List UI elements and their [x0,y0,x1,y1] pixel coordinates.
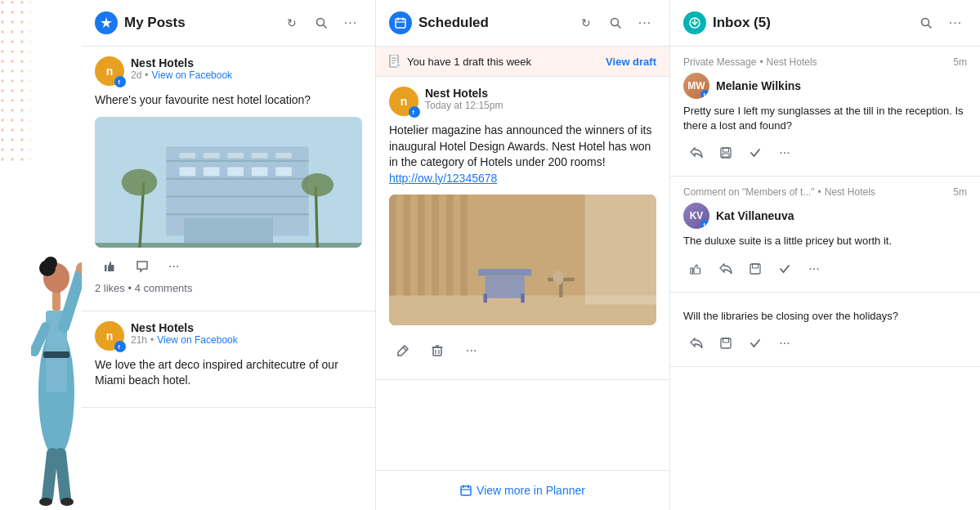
inbox-header: Inbox (5) ··· [670,0,980,47]
inbox-title: Inbox (5) [713,15,908,31]
post-more-button[interactable]: ··· [160,254,187,279]
avatar: n f [95,56,124,86]
inbox-actions: ··· [683,140,967,166]
thumbs-up-icon [690,263,703,275]
post-image [95,117,362,248]
edit-icon [397,345,409,356]
reply-button[interactable] [683,330,709,356]
comment-button[interactable] [128,255,157,278]
view-on-facebook-link[interactable]: View on Facebook [152,69,233,81]
check-icon [750,338,761,349]
search-icon [610,17,621,29]
post-text: We love the art deco inspired architecut… [95,357,362,389]
avatar-badge: f [700,90,709,99]
reply-button[interactable] [713,256,739,282]
scheduled-header: Scheduled ↻ ··· [376,0,669,47]
svg-point-41 [302,173,333,196]
svg-rect-91 [723,148,729,152]
svg-rect-26 [180,153,196,159]
check-button[interactable] [772,256,798,282]
save-button[interactable] [742,256,768,282]
author-info: Nest Hotels Today at 12:15pm [425,87,656,111]
post-item: n f Nest Hotels 21h • [82,311,375,408]
scheduled-post-image [389,195,656,325]
svg-rect-66 [478,269,531,276]
author-name: Nest Hotels [131,56,362,69]
facebook-icon: f [117,78,123,85]
draft-icon [389,55,401,68]
message-more-btn[interactable]: ··· [772,140,798,166]
svg-rect-33 [227,167,244,176]
edit-button[interactable] [389,340,417,361]
inbox-message: Will the libraries be closing over the h… [670,293,980,367]
post-text: Where's your favourite nest hotel locati… [95,92,362,109]
avatar: n f [389,87,418,116]
svg-rect-25 [166,213,308,215]
reply-button[interactable] [683,140,709,166]
post-author-row: n f Nest Hotels 2d • V [95,56,362,86]
inbox-meta: Private Message • Nest Hotels 5m [683,56,967,68]
avatar: MW f [683,73,709,99]
save-button[interactable] [713,330,739,356]
avatar-badge: f [700,220,709,229]
svg-rect-24 [166,195,308,197]
save-button[interactable] [713,140,739,166]
view-planner-link[interactable]: View more in Planner [460,484,585,497]
view-on-facebook-link-2[interactable]: View on Facebook [157,334,238,346]
svg-rect-75 [433,347,441,356]
draft-banner-text: You have 1 draft this week [389,55,531,68]
save-icon [720,338,732,349]
svg-rect-44 [396,19,405,28]
save-icon [720,147,732,159]
facebook-badge-icon: f [702,92,709,98]
check-icon [779,263,790,275]
message-more-btn[interactable]: ··· [772,330,798,356]
svg-rect-23 [166,177,308,179]
hotel-image-svg [95,117,362,248]
calendar-icon [460,485,472,496]
check-button[interactable] [742,140,768,166]
svg-rect-34 [252,167,268,176]
inbox-icon-svg [689,17,700,29]
inbox-author-name: Kat Villaneuva [716,209,794,222]
inbox-icon [683,11,706,34]
inbox-search-btn[interactable] [915,11,937,34]
trash-icon [432,345,443,356]
my-posts-refresh-btn[interactable]: ↻ [280,11,303,34]
check-button[interactable] [742,330,768,356]
svg-rect-28 [227,153,244,159]
view-draft-link[interactable]: View draft [606,56,656,68]
comment-icon [136,260,149,273]
save-icon [750,263,761,275]
post-link[interactable]: http://ow.ly/12345678 [389,172,497,185]
svg-line-87 [929,25,932,29]
svg-rect-27 [204,153,220,159]
like-button[interactable] [683,256,709,282]
avatar: KV f [683,203,709,229]
svg-rect-31 [180,167,196,176]
delete-button[interactable] [423,340,451,361]
inbox-message: Comment on "Members of t..." • Nest Hote… [670,177,980,292]
my-posts-more-btn[interactable]: ··· [339,11,362,34]
reply-icon [690,338,703,349]
post-author-row: n f Nest Hotels Today at 12:15pm [389,87,656,116]
scheduled-more-btn[interactable]: ··· [633,11,656,34]
search-icon [315,17,327,29]
inbox-actions: ··· [683,330,967,356]
inbox-content: Private Message • Nest Hotels 5m MW f [670,47,980,510]
like-button[interactable] [95,255,124,278]
inbox-message-text: Pretty sure I left my sunglasses at the … [683,104,967,133]
message-more-btn[interactable]: ··· [801,256,827,282]
scheduled-post-more-btn[interactable]: ··· [458,338,485,363]
my-posts-search-btn[interactable] [310,11,333,34]
post-item: n f Nest Hotels 2d • V [82,47,375,311]
author-name: Nest Hotels [425,87,656,100]
scheduled-refresh-btn[interactable]: ↻ [575,11,597,34]
scheduled-search-btn[interactable] [604,11,627,34]
scheduled-actions: ··· [389,332,656,369]
svg-rect-32 [204,167,220,176]
svg-rect-67 [486,276,525,298]
view-planner-row: View more in Planner [376,470,669,510]
svg-rect-5 [52,290,60,311]
inbox-more-btn[interactable]: ··· [944,11,967,34]
